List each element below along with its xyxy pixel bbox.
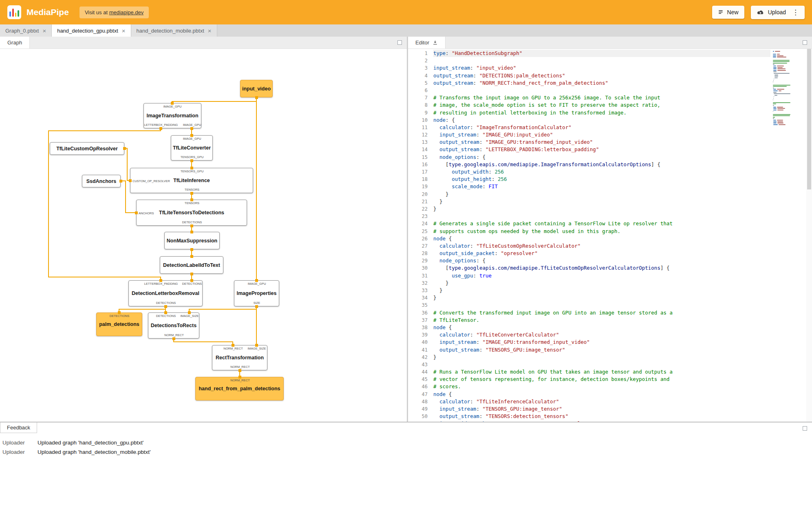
code-line[interactable]	[433, 57, 770, 64]
code-line[interactable]: }	[433, 354, 770, 361]
upload-button[interactable]: Upload ⋮	[751, 6, 805, 19]
code-line[interactable]: input_stream: "TENSORS_GPU:image_tensor"	[433, 405, 770, 413]
new-button[interactable]: New	[712, 6, 744, 19]
code-line[interactable]: input_stream: "IMAGE_GPU:input_video"	[433, 131, 770, 139]
tab-close-icon[interactable]: ×	[42, 28, 46, 34]
code-line[interactable]: calculator: "ImageTransformationCalculat…	[433, 124, 770, 131]
code-editor[interactable]: 1234567891011121314151617181920212223242…	[408, 49, 812, 422]
download-icon[interactable]	[432, 40, 438, 45]
code-line[interactable]: }	[433, 191, 770, 198]
code-line[interactable]: node_options: {	[433, 154, 770, 161]
line-number: 14	[408, 146, 433, 153]
code-line[interactable]	[433, 213, 770, 220]
graph-node-DetectionsToRects[interactable]: DetectionsToRectsDETECTIONSIMAGE_SIZENOR…	[148, 312, 199, 339]
file-tab-hand_detection_gpu.pbtxt[interactable]: hand_detection_gpu.pbtxt×	[52, 24, 131, 37]
graph-node-DetectionLabelIdToText[interactable]: DetectionLabelIdToText	[160, 256, 223, 274]
feedback-expand-icon[interactable]	[803, 426, 807, 431]
graph-node-TfLiteConverter[interactable]: TfLiteConverterIMAGE_GPUTENSORS_GPU	[171, 135, 213, 161]
code-line[interactable]: [type.googleapis.com/mediapipe.TfLiteCus…	[433, 264, 770, 272]
code-line[interactable]: [type.googleapis.com/mediapipe.ImageTran…	[433, 161, 770, 168]
code-line[interactable]: # vector of tensors representing, for in…	[433, 376, 770, 383]
code-line[interactable]: input_stream: "IMAGE_GPU:transformed_inp…	[433, 339, 770, 346]
code-line[interactable]: node {	[433, 391, 770, 398]
minimap-line	[773, 71, 804, 72]
port-label: DETECTIONS	[110, 314, 129, 318]
graph-node-TfLiteCustomOpResolver[interactable]: TfLiteCustomOpResolver	[50, 142, 124, 155]
code-line[interactable]: # Generates a single side packet contain…	[433, 220, 770, 227]
code-line[interactable]: calculator: "TfLiteInferenceCalculator"	[433, 398, 770, 405]
graph-canvas[interactable]: input_videoImageTransformationIMAGE_GPUL…	[0, 49, 407, 422]
minimap-mark	[779, 124, 786, 125]
code-line[interactable]: input_stream: "input_video"	[433, 64, 770, 72]
port	[190, 231, 193, 233]
code-line[interactable]: # Converts the transformed input image o…	[433, 309, 770, 317]
code-line[interactable]: # resulting in potential letterboxing in…	[433, 109, 770, 117]
code-line[interactable]: # image, the scale_mode option is set to…	[433, 101, 770, 109]
tab-close-icon[interactable]: ×	[122, 28, 126, 34]
graph-node-palm_detections[interactable]: palm_detectionsDETECTIONS	[96, 312, 142, 336]
code-line[interactable]: calculator: "TfLiteCustomOpResolverCalcu…	[433, 242, 770, 250]
graph-node-input_video[interactable]: input_video	[240, 80, 273, 97]
graph-node-ImageProperties[interactable]: ImagePropertiesIMAGE_GPUSIZE	[234, 280, 279, 306]
code-line[interactable]	[433, 87, 770, 94]
graph-node-SsdAnchors[interactable]: SsdAnchors	[82, 175, 121, 187]
code-line[interactable]: # Transforms the input image on GPU to a…	[433, 94, 770, 101]
code-line[interactable]: node: {	[433, 117, 770, 124]
port	[135, 211, 138, 214]
code-line[interactable]: }	[433, 205, 770, 213]
tab-editor[interactable]: Editor	[408, 37, 446, 48]
code-line[interactable]: node {	[433, 324, 770, 331]
file-tab-hand_detection_mobile.pbtxt[interactable]: hand_detection_mobile.pbtxt×	[131, 24, 217, 37]
file-tab-Graph_0.pbtxt[interactable]: Graph_0.pbtxt×	[0, 24, 52, 37]
code-line[interactable]: output_stream: "IMAGE_GPU:transformed_in…	[433, 139, 770, 146]
line-number: 31	[408, 272, 433, 279]
code-line[interactable]: output_stream: "LETTERBOX_PADDING:letter…	[433, 146, 770, 153]
code-line[interactable]: output_side_packet: "opresolver"	[433, 250, 770, 257]
code-line[interactable]: output_width: 256	[433, 168, 770, 176]
graph-node-RectTransformation[interactable]: RectTransformationNORM_RECTIMAGE_SIZENOR…	[212, 345, 267, 370]
tab-close-icon[interactable]: ×	[208, 28, 212, 34]
editor-minimap[interactable]	[770, 49, 806, 422]
code-line[interactable]: output_stream: "NORM_RECT:hand_rect_from…	[433, 79, 770, 87]
editor-scrollbar[interactable]	[806, 49, 812, 422]
mediapipe-dev-link[interactable]: mediapipe.dev	[109, 9, 144, 15]
node-title: TfLiteConverter	[173, 145, 211, 151]
code-line[interactable]: }	[433, 294, 770, 301]
code-line[interactable]: output_height: 256	[433, 176, 770, 183]
tab-feedback[interactable]: Feedback	[0, 422, 37, 433]
scrollbar-thumb[interactable]	[807, 49, 811, 189]
minimap-mark	[773, 107, 776, 108]
code-line[interactable]: output_stream: "TENSORS_GPU:image_tensor…	[433, 346, 770, 354]
code-line[interactable]: # scores.	[433, 383, 770, 390]
graph-node-TfLiteTensorsToDetections[interactable]: TfLiteTensorsToDetectionsTENSORSANCHORSD…	[136, 200, 247, 226]
code-line[interactable]	[433, 361, 770, 368]
code-line[interactable]: node {	[433, 235, 770, 242]
graph-node-ImageTransformation[interactable]: ImageTransformationIMAGE_GPULETTERBOX_PA…	[143, 103, 201, 128]
graph-node-hand_rect_from_palm_detections[interactable]: hand_rect_from_palm_detectionsNORM_RECT	[195, 377, 284, 400]
code-line[interactable]: # supports custom ops needed by the mode…	[433, 228, 770, 235]
code-line[interactable]: }	[433, 287, 770, 294]
code-line[interactable]: type: "HandDetectionSubgraph"	[433, 50, 770, 57]
graph-node-DetectionLetterboxRemoval[interactable]: DetectionLetterboxRemovalLETTERBOX_PADDI…	[128, 280, 203, 306]
port-label: IMAGE_GPU	[163, 105, 182, 108]
code-line[interactable]: output_stream: "DETECTIONS:palm_detectio…	[433, 72, 770, 79]
line-number: 20	[408, 191, 433, 198]
graph-node-TfLiteInference[interactable]: TfLiteInferenceTENSORS_GPUCUSTOM_OP_RESO…	[130, 168, 253, 193]
code-line[interactable]: scale_mode: FIT	[433, 183, 770, 190]
code-line[interactable]: }	[433, 279, 770, 287]
code-line[interactable]: node_options: {	[433, 257, 770, 264]
editor-code-area[interactable]: type: "HandDetectionSubgraph"input_strea…	[433, 49, 770, 422]
upload-menu-kebab-icon[interactable]: ⋮	[792, 9, 799, 16]
code-line[interactable]: use_gpu: true	[433, 272, 770, 279]
code-line[interactable]: calculator: "TfLiteConverterCalculator"	[433, 331, 770, 339]
tab-graph[interactable]: Graph	[0, 37, 30, 48]
code-line[interactable]: output_stream: "TENSORS:detection_tensor…	[433, 413, 770, 420]
code-line[interactable]: # TfLiteTensor.	[433, 317, 770, 324]
code-line[interactable]: }	[433, 198, 770, 205]
editor-expand-icon[interactable]	[803, 40, 807, 45]
graph-expand-icon[interactable]	[397, 40, 402, 45]
code-line[interactable]	[433, 301, 770, 309]
graph-node-NonMaxSuppression[interactable]: NonMaxSuppression	[164, 232, 220, 249]
minimap-mark	[773, 67, 777, 68]
code-line[interactable]: # Runs a TensorFlow Lite model on GPU th…	[433, 368, 770, 376]
